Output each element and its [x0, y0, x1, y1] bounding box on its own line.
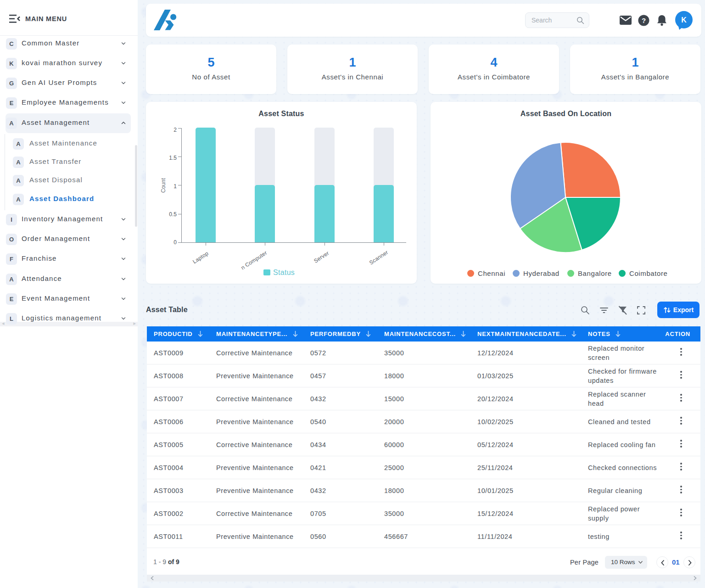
svg-text:K: K: [681, 16, 687, 24]
svg-text:?: ?: [642, 17, 646, 24]
